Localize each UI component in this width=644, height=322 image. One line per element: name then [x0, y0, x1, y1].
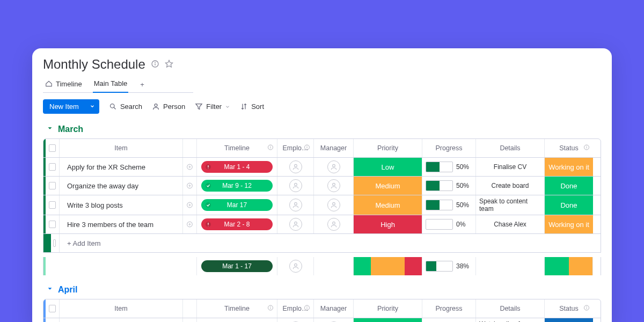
timeline-cell[interactable]: Mar 2 - 8	[197, 215, 277, 233]
col-priority[interactable]: Priority	[354, 139, 422, 157]
manager-cell[interactable]	[314, 195, 354, 215]
col-progress[interactable]: Progress	[422, 139, 476, 157]
new-item-button[interactable]: New Item	[43, 99, 85, 114]
person-filter-button[interactable]: Person	[152, 103, 185, 111]
info-icon[interactable]	[304, 305, 310, 313]
col-timeline[interactable]: Timeline	[197, 299, 277, 318]
item-name-cell[interactable]: Plan the next TED talk	[60, 318, 183, 322]
svg-point-23	[294, 164, 297, 167]
avatar-placeholder[interactable]	[289, 160, 302, 173]
progress-cell[interactable]: 50%	[422, 158, 476, 176]
info-icon[interactable]	[151, 60, 159, 70]
info-icon[interactable]	[583, 305, 590, 313]
sort-button[interactable]: Sort	[240, 103, 264, 111]
details-cell[interactable]: Speak to content team	[476, 195, 545, 215]
select-all-checkbox[interactable]	[46, 299, 60, 318]
col-timeline[interactable]: Timeline	[197, 139, 277, 157]
manager-cell[interactable]	[314, 215, 354, 233]
add-subitem-button[interactable]	[183, 158, 197, 176]
details-cell[interactable]: Create board	[476, 177, 545, 195]
info-icon[interactable]	[304, 144, 310, 152]
employee-cell[interactable]	[277, 195, 314, 215]
details-cell[interactable]: Chase Alex	[476, 215, 545, 233]
timeline-cell[interactable]: Mar 9 - 12	[197, 177, 277, 195]
new-item-dropdown[interactable]	[85, 99, 99, 114]
add-subitem-button[interactable]	[183, 318, 197, 322]
col-item[interactable]: Item	[60, 299, 183, 318]
avatar-placeholder[interactable]	[327, 179, 340, 192]
add-subitem-button[interactable]	[183, 177, 197, 195]
item-name-cell[interactable]: Organize the away day	[60, 177, 183, 195]
avatar-placeholder[interactable]	[289, 199, 302, 211]
status-cell[interactable]: Done	[545, 177, 593, 195]
col-item[interactable]: Item	[60, 139, 183, 157]
svg-point-45	[294, 264, 297, 266]
col-employee[interactable]: Emplo…	[277, 139, 314, 157]
info-icon[interactable]	[583, 144, 590, 152]
item-name-cell[interactable]: Hire 3 members of the team	[60, 215, 183, 233]
group-header[interactable]: March	[43, 125, 601, 134]
tab-timeline[interactable]: Timeline	[44, 77, 83, 92]
progress-cell[interactable]: 50%	[422, 177, 476, 195]
avatar-placeholder[interactable]	[327, 160, 340, 173]
details-cell[interactable]: Finalise CV	[476, 158, 545, 176]
progress-cell[interactable]: 50%	[422, 195, 476, 215]
timeline-cell[interactable]: Apr 1 - 8	[197, 318, 277, 322]
employee-cell[interactable]	[277, 318, 314, 322]
col-status[interactable]: Status	[545, 139, 593, 157]
star-icon[interactable]	[165, 60, 173, 70]
status-cell[interactable]: Working on it	[545, 158, 593, 176]
timeline-cell[interactable]: Mar 1 - 4	[197, 158, 277, 176]
manager-cell[interactable]	[314, 318, 354, 322]
avatar-placeholder[interactable]	[327, 218, 340, 231]
col-details[interactable]: Details	[476, 139, 545, 157]
add-subitem-button[interactable]	[183, 215, 197, 233]
timeline-cell[interactable]: Mar 17	[197, 195, 277, 215]
manager-cell[interactable]	[314, 177, 354, 195]
avatar-placeholder[interactable]	[327, 199, 340, 211]
priority-cell[interactable]: High	[354, 215, 422, 233]
status-cell[interactable]: Not yet	[545, 318, 593, 322]
priority-cell[interactable]: Medium	[354, 195, 422, 215]
select-all-checkbox[interactable]	[46, 139, 60, 157]
group-header[interactable]: April	[43, 285, 601, 295]
status-cell[interactable]: Done	[545, 195, 593, 215]
col-status[interactable]: Status	[545, 299, 593, 318]
filter-button[interactable]: Filter	[195, 103, 230, 111]
add-subitem-button[interactable]	[183, 195, 197, 215]
col-manager[interactable]: Manager	[314, 139, 354, 157]
item-name-cell[interactable]: Apply for the XR Scheme	[60, 158, 183, 176]
row-checkbox[interactable]	[46, 158, 60, 176]
employee-cell[interactable]	[277, 177, 314, 195]
col-employee[interactable]: Emplo…	[277, 299, 314, 318]
avatar-placeholder[interactable]	[289, 179, 302, 192]
manager-cell[interactable]	[314, 158, 354, 176]
priority-cell[interactable]: Medium	[354, 177, 422, 195]
col-priority[interactable]: Priority	[354, 299, 422, 318]
info-icon[interactable]	[267, 144, 274, 152]
row-checkbox[interactable]	[46, 195, 60, 215]
status-cell[interactable]: Working on it	[545, 215, 593, 233]
info-icon[interactable]	[267, 305, 274, 313]
progress-cell[interactable]: 50%	[422, 318, 476, 322]
row-checkbox[interactable]	[46, 318, 60, 322]
priority-cell[interactable]: Low	[354, 318, 422, 322]
avatar-placeholder[interactable]	[289, 218, 302, 231]
add-item-row[interactable]: + Add Item	[43, 234, 601, 252]
groups-container: March Item Timeline Emplo… Manager Prior…	[43, 125, 601, 322]
col-manager[interactable]: Manager	[314, 299, 354, 318]
col-progress[interactable]: Progress	[422, 299, 476, 318]
progress-cell[interactable]: 0%	[422, 215, 476, 233]
details-cell[interactable]: Watch online for inspiration	[476, 318, 545, 322]
item-name-cell[interactable]: Write 3 blog posts	[60, 195, 183, 215]
add-view-button[interactable]: +	[138, 80, 147, 89]
avatar-placeholder[interactable]	[289, 260, 302, 273]
row-checkbox[interactable]	[46, 177, 60, 195]
employee-cell[interactable]	[277, 215, 314, 233]
employee-cell[interactable]	[277, 158, 314, 176]
row-checkbox[interactable]	[46, 215, 60, 233]
priority-cell[interactable]: Low	[354, 158, 422, 176]
tab-main-table[interactable]: Main Table	[93, 76, 129, 93]
search-button[interactable]: Search	[109, 103, 142, 111]
col-details[interactable]: Details	[476, 299, 545, 318]
